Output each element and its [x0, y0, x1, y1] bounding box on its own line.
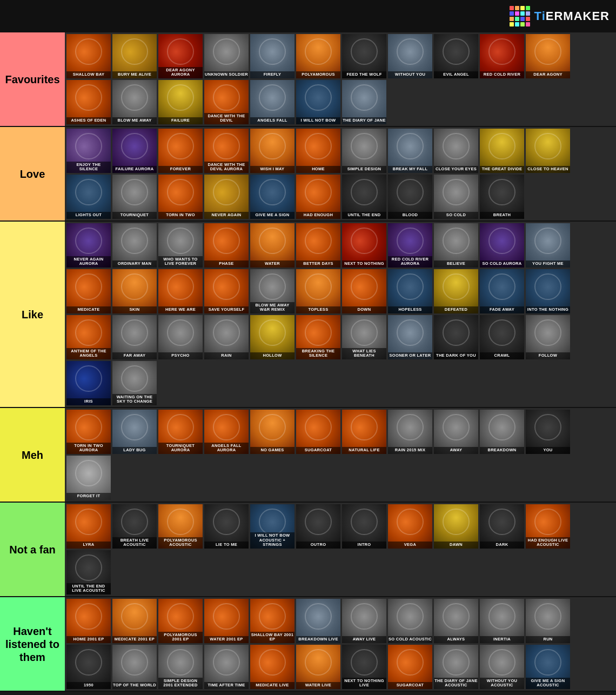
song-item[interactable]: VEGA: [388, 504, 432, 549]
song-item[interactable]: BLOW ME AWAY: [112, 80, 157, 124]
song-item[interactable]: HOME 2001 EP: [66, 599, 111, 643]
song-item[interactable]: SIMPLE DESIGN 2001 EXTENDED: [158, 645, 203, 689]
song-item[interactable]: BURY ME ALIVE: [112, 34, 157, 78]
song-item[interactable]: YOU: [526, 410, 570, 454]
song-item[interactable]: RAIN 2015 MIX: [388, 410, 432, 454]
song-item[interactable]: DOWN: [342, 269, 386, 313]
song-item[interactable]: ANGELS FALL AURORA: [204, 410, 249, 454]
song-item[interactable]: BREAK MY FALL: [388, 129, 432, 173]
song-item[interactable]: FEED THE WOLF: [342, 34, 386, 78]
song-item[interactable]: FOREVER: [158, 129, 203, 173]
song-item[interactable]: TORN IN TWO: [158, 175, 203, 219]
song-item[interactable]: FAR AWAY: [112, 315, 157, 359]
song-item[interactable]: PSYCHO: [158, 315, 203, 359]
song-item[interactable]: LIE TO ME: [204, 504, 249, 549]
song-item[interactable]: BREATH: [480, 175, 524, 219]
song-item[interactable]: WISH I MAY: [250, 129, 294, 173]
song-item[interactable]: DARK: [480, 504, 524, 549]
song-item[interactable]: DEFEATED: [434, 269, 478, 313]
song-item[interactable]: DAWN: [434, 504, 478, 549]
song-item[interactable]: THE DIARY OF JANE: [342, 80, 386, 124]
song-item[interactable]: WATER: [250, 223, 294, 268]
song-item[interactable]: TOURNIQUET AURORA: [158, 410, 203, 454]
song-item[interactable]: GIVE ME A SIGN ACOUSTIC: [526, 645, 570, 689]
song-item[interactable]: TOURNIQUET: [112, 175, 157, 219]
song-item[interactable]: GIVE ME A SIGN: [250, 175, 294, 219]
song-item[interactable]: SO COLD AURORA: [480, 223, 524, 268]
song-item[interactable]: HERE WE ARE: [158, 269, 203, 313]
song-item[interactable]: RAIN: [204, 315, 249, 359]
song-item[interactable]: NO GAMES: [250, 410, 294, 454]
song-item[interactable]: WHO WANTS TO LIVE FOREVER: [158, 223, 203, 268]
song-item[interactable]: WATER LIVE: [296, 645, 340, 689]
song-item[interactable]: SUGARCOAT: [388, 645, 432, 689]
song-item[interactable]: CRAWL: [480, 315, 524, 359]
song-item[interactable]: HOLLOW: [250, 315, 294, 359]
song-item[interactable]: I WILL NOT BOW ACOUSTIC + STRINGS: [250, 504, 294, 549]
song-item[interactable]: SO COLD: [434, 175, 478, 219]
song-item[interactable]: EVIL ANGEL: [434, 34, 478, 78]
song-item[interactable]: MEDICATE 2001 EP: [112, 599, 157, 643]
song-item[interactable]: CLOSE TO HEAVEN: [526, 129, 570, 173]
song-item[interactable]: FOLLOW: [526, 315, 570, 359]
song-item[interactable]: BREATH LIVE ACOUSTIC: [112, 504, 157, 549]
song-item[interactable]: LYRA: [66, 504, 111, 549]
song-item[interactable]: WHAT LIES BENEATH: [342, 315, 386, 359]
song-item[interactable]: HOME: [296, 129, 340, 173]
song-item[interactable]: UNTIL THE END: [342, 175, 386, 219]
song-item[interactable]: THE DIARY OF JANE ACOUSTIC: [434, 645, 478, 689]
song-item[interactable]: POLYAMOROUS ACOUSTIC: [158, 504, 203, 549]
song-item[interactable]: POLYAMOROUS 2001 EP: [158, 599, 203, 643]
song-item[interactable]: IRIS: [66, 361, 111, 405]
song-item[interactable]: WATER 2001 EP: [204, 599, 249, 643]
song-item[interactable]: AWAY: [434, 410, 478, 454]
song-item[interactable]: WITHOUT YOU: [388, 34, 432, 78]
song-item[interactable]: DEAR AGONY AURORA: [158, 34, 203, 78]
song-item[interactable]: POLYAMOROUS: [296, 34, 340, 78]
song-item[interactable]: LIGHTS OUT: [66, 175, 111, 219]
song-item[interactable]: SO COLD ACOUSTIC: [388, 599, 432, 643]
song-item[interactable]: TIME AFTER TIME: [204, 645, 249, 689]
song-item[interactable]: TOPLESS: [296, 269, 340, 313]
song-item[interactable]: WAITING ON THE SKY TO CHANGE: [112, 361, 157, 405]
song-item[interactable]: ASHES OF EDEN: [66, 80, 111, 124]
song-item[interactable]: SHALLOW BAY: [66, 34, 111, 78]
song-item[interactable]: RED COLD RIVER: [480, 34, 524, 78]
song-item[interactable]: FIREFLY: [250, 34, 294, 78]
song-item[interactable]: UNKNOWN SOLDIER: [204, 34, 249, 78]
song-item[interactable]: BREAKING THE SILENCE: [296, 315, 340, 359]
song-item[interactable]: RED COLD RIVER AURORA: [388, 223, 432, 268]
song-item[interactable]: ORDINARY MAN: [112, 223, 157, 268]
song-item[interactable]: INTRO: [342, 504, 386, 549]
song-item[interactable]: PHASE: [204, 223, 249, 268]
song-item[interactable]: SAVE YOURSELF: [204, 269, 249, 313]
song-item[interactable]: RUN: [526, 599, 570, 643]
song-item[interactable]: BLOW ME AWAY W&R REMIX: [250, 269, 294, 313]
song-item[interactable]: BLOOD: [388, 175, 432, 219]
song-item[interactable]: SIMPLE DESIGN: [342, 129, 386, 173]
song-item[interactable]: HAD ENOUGH LIVE ACOUSTIC: [526, 504, 570, 549]
song-item[interactable]: THE GREAT DIVIDE: [480, 129, 524, 173]
song-item[interactable]: NEXT TO NOTHING LIVE: [342, 645, 386, 689]
song-item[interactable]: ALWAYS: [434, 599, 478, 643]
song-item[interactable]: ANGELS FALL: [250, 80, 294, 124]
song-item[interactable]: MEDICATE LIVE: [250, 645, 294, 689]
song-item[interactable]: ANTHEM OF THE ANGELS: [66, 315, 111, 359]
song-item[interactable]: WITHOUT YOU ACOUSTIC: [480, 645, 524, 689]
song-item[interactable]: SHALLOW BAY 2001 EP: [250, 599, 294, 643]
song-item[interactable]: BREAKDOWN: [480, 410, 524, 454]
song-item[interactable]: TORN IN TWO AURORA: [66, 410, 111, 454]
song-item[interactable]: NEVER AGAIN: [204, 175, 249, 219]
song-item[interactable]: NEXT TO NOTHING: [342, 223, 386, 268]
song-item[interactable]: DANCE WITH THE DEVIL AURORA: [204, 129, 249, 173]
song-item[interactable]: AWAY LIVE: [342, 599, 386, 643]
song-item[interactable]: FORGET IT: [66, 456, 111, 500]
song-item[interactable]: FAILURE: [158, 80, 203, 124]
song-item[interactable]: SUGARCOAT: [296, 410, 340, 454]
song-item[interactable]: OUTRO: [296, 504, 340, 549]
song-item[interactable]: NATURAL LIFE: [342, 410, 386, 454]
song-item[interactable]: INERTIA: [480, 599, 524, 643]
song-item[interactable]: I WILL NOT BOW: [296, 80, 340, 124]
song-item[interactable]: THE DARK OF YOU: [434, 315, 478, 359]
song-item[interactable]: MEDICATE: [66, 269, 111, 313]
